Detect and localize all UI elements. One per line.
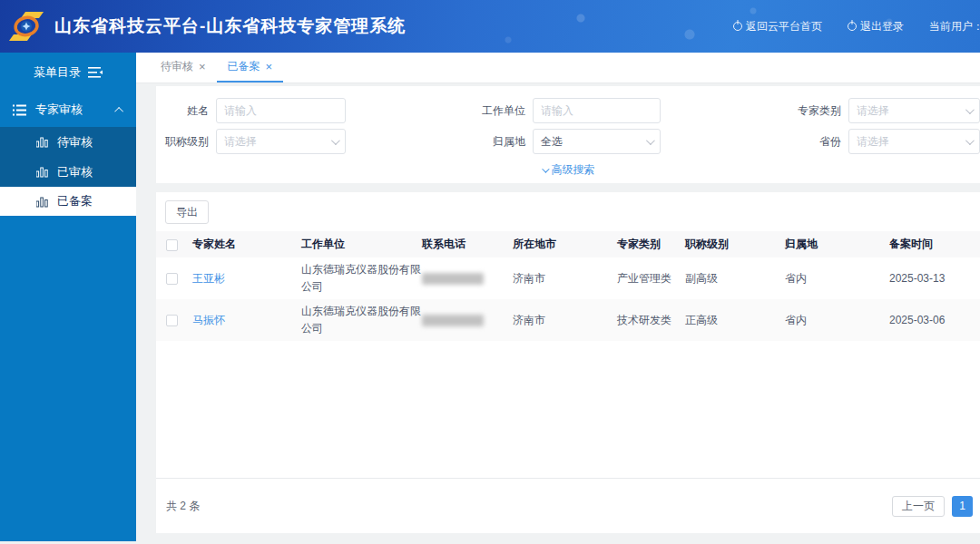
chevron-down-icon	[965, 105, 975, 114]
phone-redacted	[422, 315, 484, 326]
row-checkbox[interactable]	[166, 315, 178, 326]
app-title: 山东省科技云平台-山东省科技专家管理系统	[54, 15, 406, 38]
col-work-unit: 工作单位	[301, 231, 422, 257]
expert-name-link[interactable]: 王亚彬	[192, 272, 225, 285]
row-checkbox[interactable]	[166, 273, 178, 285]
col-category: 专家类别	[617, 231, 685, 257]
field-name: 姓名	[163, 98, 346, 123]
table-row: 王亚彬 山东德瑞克仪器股份有限公司 济南市 产业管理类 副高级 省内 2025-…	[156, 257, 980, 299]
record-date-cell: 2025-03-06	[889, 299, 980, 341]
page-1-button[interactable]: 1	[952, 496, 973, 517]
current-user-label: 当前用户：山东	[929, 19, 980, 34]
col-region: 归属地	[785, 231, 889, 257]
logout-link[interactable]: 退出登录	[848, 19, 904, 34]
phone-redacted	[422, 273, 484, 285]
app-window: 山东省科技云平台-山东省科技专家管理系统 返回云平台首页 退出登录 当前用户：山…	[0, 0, 980, 544]
field-work-unit: 工作单位	[460, 98, 661, 123]
power-icon	[848, 22, 857, 31]
col-phone: 联系电话	[422, 231, 513, 257]
chevron-down-icon	[542, 165, 549, 172]
list-icon	[13, 104, 26, 116]
field-title-level: 职称级别 请选择	[163, 129, 346, 154]
expert-category-label: 专家类别	[776, 103, 841, 119]
advanced-search-link[interactable]: 高级搜索	[156, 162, 980, 178]
title-level-cell: 副高级	[685, 257, 785, 299]
tab-label: 已备案	[228, 59, 260, 74]
reviewed-label: 已审核	[57, 164, 93, 180]
col-expert-name: 专家姓名	[192, 231, 301, 257]
main-content: 待审核 × 已备案 × 姓名 工作单位 专家类别 请选择	[136, 53, 980, 544]
sidebar-item-expert-review[interactable]: 专家审核	[0, 92, 136, 127]
title-level-label: 职称级别	[163, 134, 209, 150]
collapse-menu-icon	[88, 66, 103, 79]
menu-catalog-header[interactable]: 菜单目录	[0, 53, 136, 92]
col-record-date: 备案时间	[889, 231, 980, 257]
category-cell: 产业管理类	[617, 257, 685, 299]
table-footer: 共 2 条 上一页 1	[156, 478, 980, 533]
chevron-down-icon	[965, 136, 975, 145]
name-input[interactable]	[216, 98, 346, 123]
province-select[interactable]: 请选择	[848, 129, 980, 154]
header-actions: 返回云平台首页 退出登录 当前用户：山东	[733, 19, 980, 34]
region-label: 归属地	[460, 134, 525, 150]
chevron-up-icon	[114, 106, 123, 115]
return-home-link[interactable]: 返回云平台首页	[733, 19, 822, 34]
field-province: 省份 请选择	[776, 129, 980, 154]
select-placeholder: 请选择	[857, 103, 889, 119]
pagination: 上一页 1	[892, 496, 973, 517]
tab-pending-review[interactable]: 待审核 ×	[150, 53, 217, 83]
city-cell: 济南市	[513, 299, 617, 341]
region-cell: 省内	[785, 299, 889, 341]
category-cell: 技术研发类	[617, 299, 685, 341]
region-cell: 省内	[785, 257, 889, 299]
expert-category-select[interactable]: 请选择	[848, 98, 980, 123]
prev-page-button[interactable]: 上一页	[892, 496, 945, 517]
export-button[interactable]: 导出	[165, 200, 209, 224]
province-label: 省份	[776, 134, 841, 150]
return-home-label: 返回云平台首页	[746, 19, 822, 34]
chevron-down-icon	[331, 136, 340, 145]
advanced-search-label: 高级搜索	[552, 163, 595, 176]
experts-table: 专家姓名 工作单位 联系电话 所在地市 专家类别 职称级别 归属地 备案时间 王…	[156, 231, 980, 341]
title-level-select[interactable]: 请选择	[216, 129, 346, 154]
expert-review-label: 专家审核	[35, 102, 83, 118]
col-city: 所在地市	[513, 231, 617, 257]
expert-name-link[interactable]: 马振怀	[192, 314, 225, 326]
logout-label: 退出登录	[860, 19, 904, 34]
table-header-row: 专家姓名 工作单位 联系电话 所在地市 专家类别 职称级别 归属地 备案时间	[156, 231, 980, 257]
expert-review-submenu: 待审核 已审核 已备案	[0, 127, 136, 216]
recorded-label: 已备案	[57, 193, 93, 209]
select-placeholder: 请选择	[857, 134, 889, 150]
menu-catalog-label: 菜单目录	[34, 64, 81, 81]
bar-chart-icon	[36, 196, 48, 208]
work-unit-input[interactable]	[533, 98, 661, 123]
select-all-checkbox[interactable]	[166, 239, 178, 251]
field-region: 归属地 全选	[460, 129, 661, 154]
work-unit-cell: 山东德瑞克仪器股份有限公司	[301, 303, 423, 336]
name-label: 姓名	[163, 103, 209, 119]
title-level-cell: 正高级	[685, 299, 785, 341]
sidebar-item-recorded[interactable]: 已备案	[0, 187, 136, 216]
top-header: 山东省科技云平台-山东省科技专家管理系统 返回云平台首页 退出登录 当前用户：山…	[0, 0, 980, 53]
record-date-cell: 2025-03-13	[889, 257, 980, 299]
city-cell: 济南市	[513, 257, 617, 299]
table-toolbar: 导出	[156, 192, 980, 231]
tab-label: 待审核	[161, 59, 193, 74]
bar-chart-icon	[36, 136, 48, 148]
sidebar-item-pending-review[interactable]: 待审核	[0, 127, 136, 157]
select-placeholder: 请选择	[224, 134, 257, 150]
pending-review-label: 待审核	[57, 134, 93, 151]
table-row: 马振怀 山东德瑞克仪器股份有限公司 济南市 技术研发类 正高级 省内 2025-…	[156, 299, 980, 341]
region-select[interactable]: 全选	[533, 129, 661, 154]
total-count-label: 共 2 条	[166, 499, 200, 514]
power-icon	[733, 22, 742, 31]
tab-recorded[interactable]: 已备案 ×	[217, 53, 284, 83]
work-unit-label: 工作单位	[460, 103, 525, 119]
work-unit-cell: 山东德瑞克仪器股份有限公司	[301, 261, 423, 295]
search-panel: 姓名 工作单位 专家类别 请选择 职称级别 请选择	[156, 86, 980, 183]
col-title-level: 职称级别	[685, 231, 785, 257]
sidebar: 菜单目录 专家审核 待审核	[0, 53, 136, 541]
close-icon[interactable]: ×	[199, 60, 206, 73]
close-icon[interactable]: ×	[266, 60, 273, 73]
sidebar-item-reviewed[interactable]: 已审核	[0, 157, 136, 187]
